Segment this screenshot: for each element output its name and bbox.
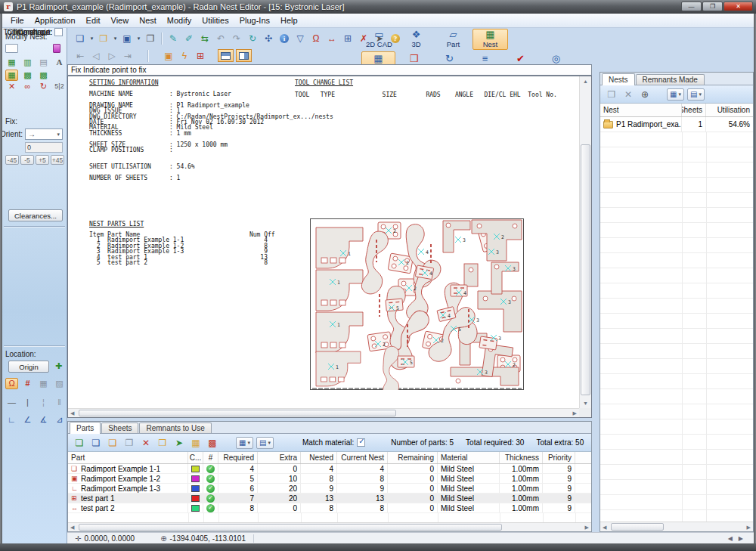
scroll-left-icon[interactable]: ◀ [70,410,74,416]
add-part-button[interactable]: ❏ [73,436,86,449]
diag-grid-tool[interactable]: ▨ [53,378,66,389]
save-button[interactable]: ▣ [120,32,134,45]
open-button[interactable]: ❒ [97,32,110,45]
window-button[interactable]: ⊞ [341,32,355,45]
nest-view-dropdown[interactable]: ▦▾ [667,88,684,101]
menu-item[interactable]: Help [275,14,303,26]
scroll-down-icon[interactable]: ▼ [580,401,591,406]
array-nest-tool[interactable]: ▩ [21,70,34,81]
open-nest-button[interactable]: ❒ [605,88,618,101]
info-button[interactable]: i [277,32,291,45]
first-button[interactable]: ⇤ [73,49,87,62]
save-dropdown[interactable]: ▾ [136,36,141,42]
manual-nest-tool-selected[interactable]: ▦ [5,70,18,81]
print-button[interactable]: ❐ [144,32,157,45]
parts-panel-tab[interactable]: Sheets [101,423,138,433]
col-extra[interactable]: Extra [258,452,301,463]
orient-dropdown[interactable]: → ▾ [25,128,63,140]
new-dropdown[interactable]: ▾ [89,36,94,42]
mode-button[interactable]: ▦ Nest [472,29,508,50]
parts-panel-tab[interactable]: Remnants to Use [139,423,211,433]
table-row[interactable]: ∟Radimport Example 1-3 ✓ 6 20 9 9 0 Mild… [68,484,591,494]
exit-tool-button[interactable] [50,42,63,54]
locate-nest-button[interactable]: ⊕ [638,88,652,101]
table-button[interactable]: ▦ [189,436,203,449]
scroll-right-icon[interactable]: ▶ [573,410,577,416]
mode-button[interactable]: ▱ Part [435,29,471,50]
horizontal-scroll-thumb[interactable] [79,524,502,531]
col-current-nest[interactable]: Current Nest [337,452,388,463]
angle-step-button[interactable]: -5 [20,155,34,165]
nest-drawing[interactable]: 1111222222233333334444555 [310,218,524,390]
draw-button[interactable]: ✎ [166,32,180,45]
next-button[interactable]: ▷ [105,49,119,62]
ratio-tool[interactable]: 5|2 [53,81,66,92]
split-horizontal-button[interactable] [218,49,234,62]
grid-snap-tool[interactable]: # [21,378,34,389]
scroll-right-icon[interactable]: ▶ [747,525,751,530]
delete-part-button[interactable]: ✕ [139,436,153,449]
horizontal-scroll-thumb[interactable] [611,523,664,531]
menu-item[interactable]: View [106,14,135,26]
snap-settings-button[interactable]: Ω [309,32,323,45]
vertex-button[interactable]: ✣ [262,32,275,45]
option-checkbox[interactable] [54,28,63,36]
menu-item[interactable]: File [5,14,29,26]
col-remaining[interactable]: Remaining [388,452,438,463]
previous-button[interactable]: ◁ [89,49,103,62]
vertical-tool[interactable]: | [21,397,34,408]
minimize-button[interactable]: — [681,2,702,11]
scroll-right-icon[interactable]: ▶ [585,525,589,530]
vertical-scroll-thumb[interactable] [581,144,590,395]
nests-panel-tab[interactable]: Remnants Made [636,74,705,85]
nest-inspect-tool[interactable]: ▥ [21,57,34,68]
angle-step-button[interactable]: +45 [51,155,64,165]
snap-origin-tool[interactable]: ✚ [52,361,65,372]
undo-button[interactable]: ↶ [214,32,228,45]
col-nest[interactable]: Nest [600,104,682,116]
filter-button[interactable]: ▽ [293,32,307,45]
col-priority[interactable]: Priority [543,452,575,463]
col-thickness[interactable]: Thickness [500,452,543,463]
last-button[interactable]: ⇥ [121,49,135,62]
maximize-button[interactable]: ❐ [702,2,723,11]
parts-panel-tab[interactable]: Parts [70,422,101,434]
status-right-icon[interactable]: ▶ [739,535,743,542]
angle-tool[interactable]: ∠ [21,414,34,426]
scroll-left-icon[interactable]: ◀ [70,525,74,530]
corner-tool[interactable]: ∟ [5,414,18,426]
angle-input[interactable] [25,142,63,153]
angle-to-tool[interactable]: ⊿ [53,414,66,426]
document-vertical-scrollbar[interactable]: ▲ ▼ [579,76,591,408]
columns-dropdown[interactable]: ▤▾ [256,437,274,449]
col-utilisation[interactable]: Utilisation [706,104,753,116]
clearances-button[interactable]: Clearances... [8,209,63,221]
split-vertical-button[interactable] [236,49,252,62]
between-tool[interactable]: ‖ [53,397,66,408]
pin-part-button[interactable]: ➤ [172,436,186,449]
parts-horizontal-scrollbar[interactable]: ◀ ▶ [68,522,591,531]
col-required[interactable]: Required [218,452,258,463]
rotate-tool[interactable]: ↻ [37,81,50,92]
menu-item[interactable]: Plug-Ins [234,14,275,26]
angle-step-button[interactable]: -45 [5,155,19,165]
col-part[interactable]: Part [68,452,188,463]
origin-button[interactable]: Origin [8,361,49,373]
dimension-button[interactable]: ↔ [325,32,339,45]
auto-nest-tool[interactable]: ▩ [37,70,50,81]
nest-parts-tool[interactable]: ▦ [5,57,18,68]
redo-button[interactable]: ↷ [230,32,243,45]
status-left-icon[interactable]: ◀ [728,535,733,542]
scroll-up-icon[interactable]: ▲ [580,79,591,84]
horizontal-tool[interactable]: — [5,397,18,408]
edit-geometry-button[interactable]: ✐ [182,32,196,45]
sheet-list-tool[interactable]: ▤ [37,57,50,68]
menu-item[interactable]: Edit [81,14,106,26]
col-material[interactable]: Material [438,452,500,463]
exchange-button[interactable]: ⇆ [198,32,212,45]
nest-columns-dropdown[interactable]: ▤▾ [687,88,705,101]
table-row[interactable]: ⊞test part 1 ✓ 7 20 13 13 0 Mild Steel 1… [68,494,591,503]
menu-item[interactable]: Nest [134,14,162,26]
mode-button[interactable]: ❖ 3D [398,29,434,50]
delete-tool[interactable]: ✕ [5,81,18,92]
